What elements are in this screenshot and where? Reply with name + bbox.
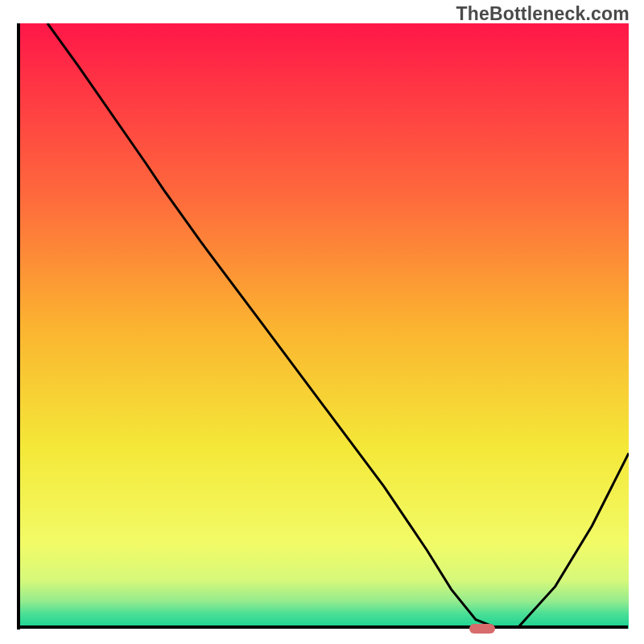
x-axis — [17, 625, 628, 629]
chart-background — [17, 23, 629, 629]
plot-area — [17, 23, 629, 629]
y-axis — [17, 23, 20, 630]
chart-stage: TheBottleneck.com — [0, 0, 644, 644]
chart-svg — [17, 23, 629, 629]
watermark-text: TheBottleneck.com — [456, 3, 630, 25]
optimal-point-marker — [469, 624, 495, 634]
